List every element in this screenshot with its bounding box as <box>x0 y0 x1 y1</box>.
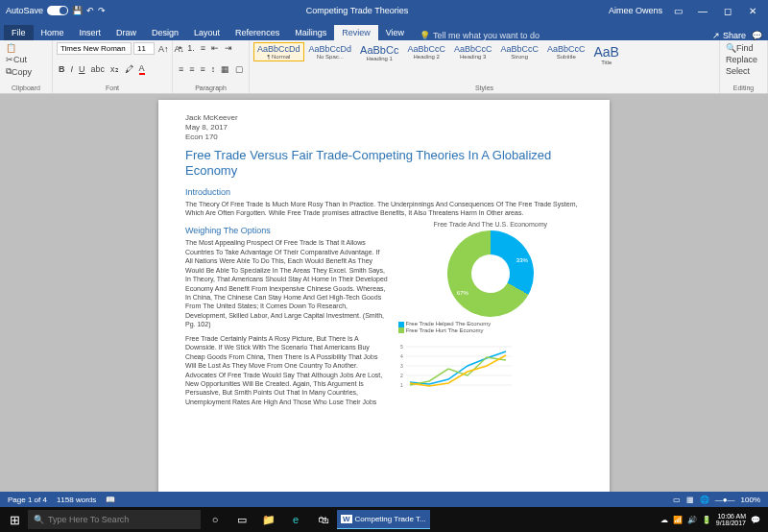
paragraph-group-label: Paragraph <box>177 84 245 91</box>
align-left-button[interactable]: ≡ <box>177 63 185 75</box>
comments-icon[interactable]: 💬 <box>752 31 762 40</box>
tab-mailings[interactable]: Mailings <box>287 25 334 40</box>
explorer-icon[interactable]: 📁 <box>256 510 281 529</box>
paste-button[interactable]: 📋 <box>4 42 48 54</box>
style-heading1[interactable]: AaBbCcHeading 1 <box>356 42 402 63</box>
zoom-level[interactable]: 100% <box>741 496 760 504</box>
tab-insert[interactable]: Insert <box>72 25 109 40</box>
tray-onedrive-icon[interactable]: ☁ <box>660 516 668 524</box>
read-mode-icon[interactable]: ▭ <box>673 496 681 504</box>
svg-text:5: 5 <box>400 344 403 350</box>
highlight-button[interactable]: 🖍 <box>123 63 135 75</box>
start-button[interactable]: ⊞ <box>4 513 26 527</box>
tell-me-search[interactable]: 💡 Tell me what you want to do <box>420 31 540 40</box>
system-clock[interactable]: 10:06 AM 9/18/2017 <box>716 513 746 526</box>
font-color-button[interactable]: A <box>137 62 147 76</box>
word-count[interactable]: 1158 words <box>57 496 96 504</box>
action-center-icon[interactable]: 💬 <box>751 516 760 524</box>
close-button[interactable]: ✕ <box>743 3 762 18</box>
styles-gallery[interactable]: AaBbCcDd¶ Normal AaBbCcDdNo Spac... AaBb… <box>253 42 715 67</box>
web-layout-icon[interactable]: 🌐 <box>700 496 709 504</box>
line-spacing-button[interactable]: ↕ <box>209 63 218 75</box>
autosave-toggle[interactable] <box>47 6 68 15</box>
tab-view[interactable]: View <box>378 25 412 40</box>
lightbulb-icon: 💡 <box>420 31 430 40</box>
donut-label-67: 67% <box>457 290 468 296</box>
tray-battery-icon[interactable]: 🔋 <box>702 516 711 524</box>
numbering-button[interactable]: 1. <box>185 42 197 54</box>
style-normal[interactable]: AaBbCcDd¶ Normal <box>253 42 304 61</box>
chart-legend: Free Trade Helped The Economy Free Trade… <box>398 321 583 333</box>
zoom-slider[interactable]: —●— <box>715 496 735 504</box>
svg-text:3: 3 <box>400 363 403 369</box>
bold-button[interactable]: B <box>57 63 67 75</box>
edge-icon[interactable]: e <box>283 510 308 529</box>
increase-font-icon[interactable]: A↑ <box>156 43 171 55</box>
tray-volume-icon[interactable]: 🔊 <box>687 516 697 524</box>
font-size-input[interactable] <box>133 42 155 55</box>
copy-button[interactable]: ⧉ Copy <box>4 65 48 78</box>
taskbar-search[interactable]: 🔍 Type Here To Search <box>28 510 201 529</box>
tray-network-icon[interactable]: 📶 <box>673 516 683 524</box>
donut-chart: 33% 67% <box>447 230 534 317</box>
task-view-icon[interactable]: ▭ <box>229 510 254 529</box>
ribbon-tabs: File Home Insert Draw Design Layout Refe… <box>0 21 768 40</box>
section-weighing-heading: Weighing The Options <box>185 226 389 235</box>
borders-button[interactable]: ▢ <box>233 63 246 75</box>
subscript-button[interactable]: x₂ <box>108 63 121 75</box>
strikethrough-button[interactable]: abc <box>89 63 108 75</box>
spell-check-icon[interactable]: 📖 <box>106 496 115 504</box>
underline-button[interactable]: U <box>77 63 87 75</box>
shading-button[interactable]: ▦ <box>219 63 231 75</box>
page-indicator[interactable]: Page 1 of 4 <box>8 496 47 504</box>
user-name[interactable]: Aimee Owens <box>609 6 662 15</box>
multilevel-button[interactable]: ≡ <box>199 42 207 54</box>
title-bar: AutoSave 💾 ↶ ↷ Competing Trade Theories … <box>0 0 768 21</box>
document-canvas[interactable]: Jack McKeever May 8, 2017 Econ 170 Free … <box>0 94 768 492</box>
minimize-button[interactable]: — <box>693 3 712 18</box>
save-icon[interactable]: 💾 <box>72 6 83 15</box>
cortana-icon[interactable]: ○ <box>203 510 228 529</box>
align-right-button[interactable]: ≡ <box>199 63 207 75</box>
section-intro-heading: Introduction <box>185 187 583 197</box>
increase-indent-button[interactable]: ⇥ <box>223 42 234 54</box>
style-heading2[interactable]: AaBbCcCHeading 2 <box>403 42 449 61</box>
print-layout-icon[interactable]: ▦ <box>686 496 694 504</box>
tab-review[interactable]: Review <box>334 25 378 40</box>
maximize-button[interactable]: ◻ <box>718 3 737 18</box>
tab-file[interactable]: File <box>4 25 34 40</box>
decrease-indent-button[interactable]: ⇤ <box>209 42 221 54</box>
redo-icon[interactable]: ↷ <box>98 6 106 15</box>
tab-draw[interactable]: Draw <box>108 25 144 40</box>
tab-home[interactable]: Home <box>34 25 72 40</box>
donut-chart-title: Free Trade And The U.S. Economomy <box>398 221 583 228</box>
share-button[interactable]: ↗ Share <box>712 31 746 40</box>
style-heading3[interactable]: AaBbCcCHeading 3 <box>450 42 496 61</box>
font-name-input[interactable] <box>57 42 132 55</box>
undo-icon[interactable]: ↶ <box>86 6 94 15</box>
windows-taskbar: ⊞ 🔍 Type Here To Search ○ ▭ 📁 e 🛍 WCompe… <box>0 507 768 532</box>
tab-references[interactable]: References <box>228 25 287 40</box>
bullets-button[interactable]: • <box>177 42 183 54</box>
weighing-paragraph: The Most Appealing Prospect Of Free Trad… <box>185 238 389 328</box>
store-icon[interactable]: 🛍 <box>310 510 335 529</box>
svg-text:2: 2 <box>400 373 403 378</box>
cut-button[interactable]: ✂ Cut <box>4 54 48 65</box>
tab-layout[interactable]: Layout <box>186 25 228 40</box>
find-button[interactable]: 🔍 Find <box>724 42 763 54</box>
italic-button[interactable]: I <box>69 63 76 75</box>
ribbon-options-icon[interactable]: ▭ <box>668 3 687 18</box>
select-button[interactable]: Select <box>724 65 763 77</box>
page[interactable]: Jack McKeever May 8, 2017 Econ 170 Free … <box>158 100 610 492</box>
document-heading: Free Trade Versus Fair Trade-Competing T… <box>185 148 583 180</box>
tab-design[interactable]: Design <box>144 25 186 40</box>
style-strong[interactable]: AaBbCcCStrong <box>496 42 542 61</box>
style-subtitle[interactable]: AaBbCcCSubtitle <box>543 42 589 61</box>
donut-label-33: 33% <box>516 257 528 263</box>
autosave-label: AutoSave <box>6 6 43 15</box>
style-nospacing[interactable]: AaBbCcDdNo Spac... <box>305 42 356 61</box>
replace-button[interactable]: Replace <box>724 54 763 65</box>
align-center-button[interactable]: ≡ <box>187 63 196 75</box>
word-taskbar-item[interactable]: WCompeting Trade T... <box>337 510 430 529</box>
style-title[interactable]: AaBTitle <box>589 42 622 67</box>
